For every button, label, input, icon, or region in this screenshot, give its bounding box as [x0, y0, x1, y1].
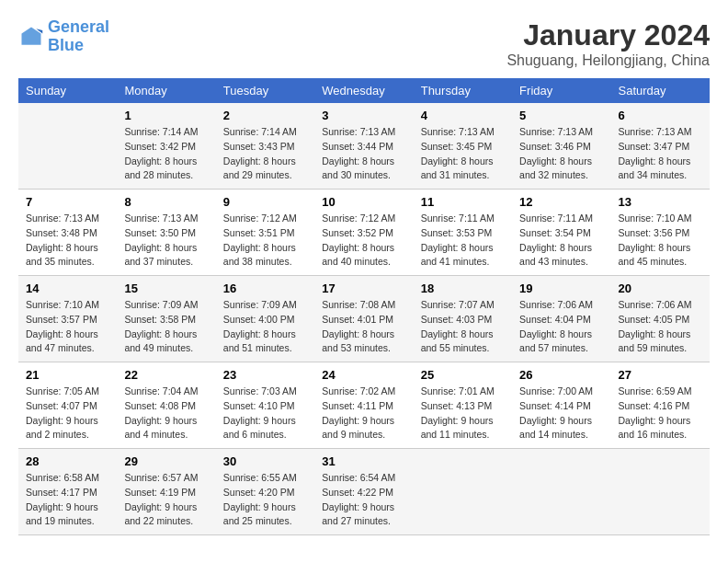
day-number: 26 [519, 368, 603, 382]
col-header-wednesday: Wednesday [314, 78, 413, 103]
week-row-4: 21Sunrise: 7:05 AMSunset: 4:07 PMDayligh… [18, 362, 710, 449]
day-number: 31 [322, 454, 405, 468]
day-number: 30 [223, 454, 307, 468]
day-cell: 16Sunrise: 7:09 AMSunset: 4:00 PMDayligh… [216, 276, 314, 362]
week-row-1: 1Sunrise: 7:14 AMSunset: 3:42 PMDaylight… [18, 103, 710, 190]
day-info: Sunrise: 6:58 AMSunset: 4:17 PMDaylight:… [26, 471, 109, 529]
day-info: Sunrise: 7:14 AMSunset: 3:42 PMDaylight:… [124, 125, 208, 183]
day-cell: 23Sunrise: 7:03 AMSunset: 4:10 PMDayligh… [216, 362, 314, 449]
day-cell: 15Sunrise: 7:09 AMSunset: 3:58 PMDayligh… [117, 276, 215, 362]
day-cell: 14Sunrise: 7:10 AMSunset: 3:57 PMDayligh… [18, 276, 117, 362]
day-cell: 5Sunrise: 7:13 AMSunset: 3:46 PMDaylight… [512, 103, 610, 190]
day-info: Sunrise: 7:04 AMSunset: 4:08 PMDaylight:… [124, 385, 208, 442]
day-cell: 10Sunrise: 7:12 AMSunset: 3:52 PMDayligh… [314, 190, 413, 276]
col-header-sunday: Sunday [18, 78, 117, 103]
day-cell [414, 449, 512, 535]
day-cell: 25Sunrise: 7:01 AMSunset: 4:13 PMDayligh… [414, 362, 512, 449]
day-number: 15 [124, 282, 208, 295]
day-number: 10 [322, 195, 405, 209]
day-info: Sunrise: 7:13 AMSunset: 3:48 PMDaylight:… [26, 212, 109, 270]
day-number: 12 [519, 195, 603, 209]
day-cell: 1Sunrise: 7:14 AMSunset: 3:42 PMDaylight… [117, 103, 215, 190]
day-number: 18 [421, 282, 505, 295]
day-number: 2 [223, 109, 307, 122]
day-cell [18, 103, 117, 190]
day-cell: 7Sunrise: 7:13 AMSunset: 3:48 PMDaylight… [18, 190, 117, 276]
day-number: 27 [619, 368, 702, 382]
day-info: Sunrise: 7:01 AMSunset: 4:13 PMDaylight:… [421, 385, 505, 442]
day-info: Sunrise: 7:03 AMSunset: 4:10 PMDaylight:… [223, 385, 307, 442]
day-cell: 31Sunrise: 6:54 AMSunset: 4:22 PMDayligh… [314, 449, 413, 535]
day-info: Sunrise: 7:02 AMSunset: 4:11 PMDaylight:… [322, 385, 405, 442]
day-cell: 26Sunrise: 7:00 AMSunset: 4:14 PMDayligh… [512, 362, 610, 449]
logo-line1: General [48, 17, 109, 36]
title-section: January 2024 Shuguang, Heilongjiang, Chi… [506, 18, 710, 69]
day-info: Sunrise: 7:13 AMSunset: 3:50 PMDaylight:… [124, 212, 208, 270]
day-cell: 3Sunrise: 7:13 AMSunset: 3:44 PMDaylight… [314, 103, 413, 190]
day-cell: 22Sunrise: 7:04 AMSunset: 4:08 PMDayligh… [117, 362, 215, 449]
col-header-thursday: Thursday [414, 78, 512, 103]
day-cell: 17Sunrise: 7:08 AMSunset: 4:01 PMDayligh… [314, 276, 413, 362]
day-info: Sunrise: 7:09 AMSunset: 4:00 PMDaylight:… [223, 298, 307, 356]
day-cell: 6Sunrise: 7:13 AMSunset: 3:47 PMDaylight… [611, 103, 710, 190]
day-number: 6 [619, 109, 702, 122]
day-number: 13 [619, 195, 702, 209]
week-row-2: 7Sunrise: 7:13 AMSunset: 3:48 PMDaylight… [18, 190, 710, 276]
week-row-5: 28Sunrise: 6:58 AMSunset: 4:17 PMDayligh… [18, 449, 710, 535]
day-number: 20 [619, 282, 702, 295]
day-number: 21 [26, 368, 109, 382]
col-header-tuesday: Tuesday [216, 78, 314, 103]
day-cell: 12Sunrise: 7:11 AMSunset: 3:54 PMDayligh… [512, 190, 610, 276]
week-row-3: 14Sunrise: 7:10 AMSunset: 3:57 PMDayligh… [18, 276, 710, 362]
col-header-monday: Monday [117, 78, 215, 103]
day-cell: 9Sunrise: 7:12 AMSunset: 3:51 PMDaylight… [216, 190, 314, 276]
day-cell: 2Sunrise: 7:14 AMSunset: 3:43 PMDaylight… [216, 103, 314, 190]
day-info: Sunrise: 6:57 AMSunset: 4:19 PMDaylight:… [124, 471, 208, 529]
day-cell: 4Sunrise: 7:13 AMSunset: 3:45 PMDaylight… [414, 103, 512, 190]
header-row: SundayMondayTuesdayWednesdayThursdayFrid… [18, 78, 710, 103]
day-number: 24 [322, 368, 405, 382]
day-number: 4 [421, 109, 505, 122]
day-info: Sunrise: 7:10 AMSunset: 3:57 PMDaylight:… [26, 298, 109, 356]
day-info: Sunrise: 7:05 AMSunset: 4:07 PMDaylight:… [26, 385, 109, 442]
col-header-friday: Friday [512, 78, 610, 103]
day-info: Sunrise: 7:12 AMSunset: 3:52 PMDaylight:… [322, 212, 405, 270]
page-header: General Blue January 2024 Shuguang, Heil… [18, 18, 710, 69]
logo: General Blue [18, 18, 109, 55]
day-number: 9 [223, 195, 307, 209]
day-number: 29 [124, 454, 208, 468]
day-cell [512, 449, 610, 535]
day-number: 23 [223, 368, 307, 382]
location-subtitle: Shuguang, Heilongjiang, China [506, 52, 710, 69]
day-cell: 28Sunrise: 6:58 AMSunset: 4:17 PMDayligh… [18, 449, 117, 535]
day-info: Sunrise: 6:55 AMSunset: 4:20 PMDaylight:… [223, 471, 307, 529]
month-title: January 2024 [506, 18, 710, 52]
day-cell: 8Sunrise: 7:13 AMSunset: 3:50 PMDaylight… [117, 190, 215, 276]
day-info: Sunrise: 7:11 AMSunset: 3:54 PMDaylight:… [519, 212, 603, 270]
day-cell: 24Sunrise: 7:02 AMSunset: 4:11 PMDayligh… [314, 362, 413, 449]
day-number: 16 [223, 282, 307, 295]
day-info: Sunrise: 6:59 AMSunset: 4:16 PMDaylight:… [619, 385, 702, 442]
day-info: Sunrise: 7:11 AMSunset: 3:53 PMDaylight:… [421, 212, 505, 270]
logo-icon [18, 24, 44, 50]
day-info: Sunrise: 7:14 AMSunset: 3:43 PMDaylight:… [223, 125, 307, 183]
day-cell: 18Sunrise: 7:07 AMSunset: 4:03 PMDayligh… [414, 276, 512, 362]
day-cell: 20Sunrise: 7:06 AMSunset: 4:05 PMDayligh… [611, 276, 710, 362]
day-number: 14 [26, 282, 109, 295]
day-cell: 30Sunrise: 6:55 AMSunset: 4:20 PMDayligh… [216, 449, 314, 535]
day-info: Sunrise: 7:06 AMSunset: 4:04 PMDaylight:… [519, 298, 603, 356]
day-number: 19 [519, 282, 603, 295]
col-header-saturday: Saturday [611, 78, 710, 103]
calendar-table: SundayMondayTuesdayWednesdayThursdayFrid… [18, 78, 710, 535]
day-info: Sunrise: 7:12 AMSunset: 3:51 PMDaylight:… [223, 212, 307, 270]
day-number: 1 [124, 109, 208, 122]
day-info: Sunrise: 7:08 AMSunset: 4:01 PMDaylight:… [322, 298, 405, 356]
day-number: 28 [26, 454, 109, 468]
day-number: 5 [519, 109, 603, 122]
day-cell: 19Sunrise: 7:06 AMSunset: 4:04 PMDayligh… [512, 276, 610, 362]
day-info: Sunrise: 7:00 AMSunset: 4:14 PMDaylight:… [519, 385, 603, 442]
day-info: Sunrise: 7:13 AMSunset: 3:45 PMDaylight:… [421, 125, 505, 183]
day-info: Sunrise: 7:10 AMSunset: 3:56 PMDaylight:… [619, 212, 702, 270]
logo-line2: Blue [48, 36, 84, 54]
day-number: 7 [26, 195, 109, 209]
